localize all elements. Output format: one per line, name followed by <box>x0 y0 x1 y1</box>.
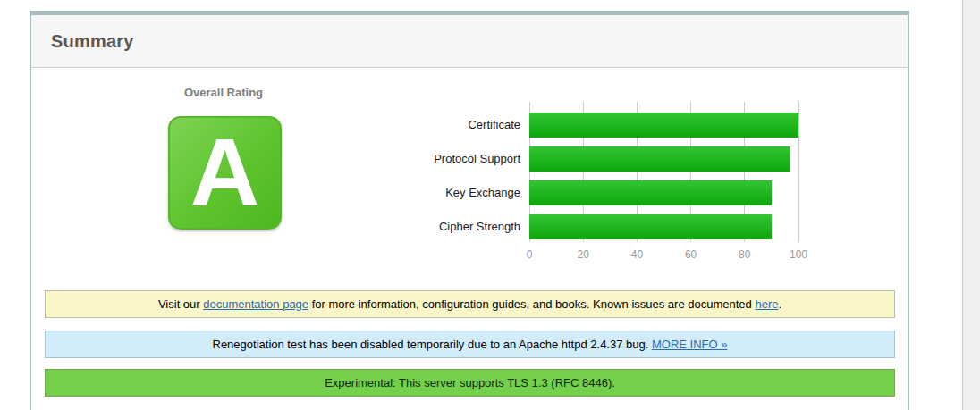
score-bar <box>529 146 790 172</box>
notice-text: Experimental: This server supports TLS 1… <box>325 376 615 389</box>
notice-documentation: Visit our documentation page for more in… <box>45 290 895 318</box>
page: Summary Overall Rating A CertificateProt… <box>0 0 980 410</box>
scrollbar-track[interactable] <box>962 0 980 410</box>
notice-text: . <box>778 297 781 311</box>
notice-tls13: Experimental: This server supports TLS 1… <box>45 369 895 397</box>
notice-text: for more information, configuration guid… <box>308 297 755 311</box>
known-issues-here-link[interactable]: here <box>755 297 778 311</box>
documentation-page-link[interactable]: documentation page <box>203 297 308 311</box>
bar-label: Certificate <box>368 113 520 138</box>
panel-title: Summary <box>31 15 908 67</box>
score-chart: CertificateProtocol SupportKey ExchangeC… <box>368 102 807 280</box>
bar-label: Protocol Support <box>368 146 520 172</box>
axis-tick-label: 20 <box>578 248 589 261</box>
bar-label: Cipher Strength <box>368 214 520 239</box>
notice-text: Visit our <box>158 297 203 311</box>
summary-panel: Summary Overall Rating A CertificateProt… <box>30 11 909 410</box>
axis-tick-label: 80 <box>739 248 750 261</box>
axis-tick-label: 0 <box>527 248 533 261</box>
panel-header: Summary <box>31 15 908 68</box>
axis-tick-label: 40 <box>631 248 643 261</box>
notice-text: Renegotiation test has been disabled tem… <box>213 338 652 351</box>
score-bar <box>529 214 772 239</box>
axis-tick-label: 100 <box>790 248 807 261</box>
axis-tick-row: 020406080100 <box>529 248 798 263</box>
bar-label: Key Exchange <box>368 180 520 205</box>
more-info-link[interactable]: MORE INFO » <box>652 338 728 351</box>
panel-body: Overall Rating A CertificateProtocol Sup… <box>31 68 908 410</box>
grade-letter: A <box>170 118 280 226</box>
notice-renegotiation: Renegotiation test has been disabled tem… <box>45 331 895 358</box>
grade-badge: A <box>168 116 282 230</box>
overall-rating-label: Overall Rating <box>139 86 308 99</box>
score-bar <box>529 113 798 138</box>
axis-tick-label: 60 <box>685 248 697 261</box>
score-bar <box>529 180 772 205</box>
